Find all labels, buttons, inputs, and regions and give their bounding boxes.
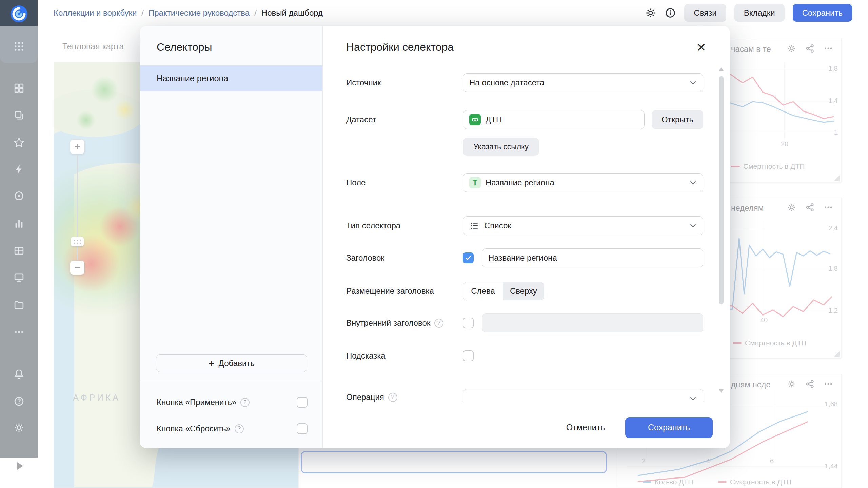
datalens-logo[interactable] [10, 5, 28, 23]
placement-label: Размещение заголовка [346, 286, 434, 296]
tabs-button[interactable]: Вкладки [734, 4, 785, 22]
question-icon[interactable]: ? [235, 424, 244, 433]
reset-option-label: Кнопка «Сбросить» [157, 424, 231, 433]
breadcrumb-collections[interactable]: Коллекции и воркбуки [54, 8, 137, 18]
dataset-icon [469, 114, 481, 125]
field-value: Название региона [486, 178, 554, 187]
placement-top-option[interactable]: Сверху [503, 282, 544, 300]
hint-checkbox[interactable] [463, 350, 474, 361]
field-select[interactable]: T Название региона [463, 173, 703, 192]
title-checkbox[interactable] [463, 252, 474, 263]
source-value: На основе датасета [469, 78, 544, 87]
apply-option-label: Кнопка «Применить» [157, 398, 236, 407]
title-label: Заголовок [346, 253, 384, 263]
dataset-label: Датасет [346, 115, 376, 125]
inner-title-checkbox[interactable] [463, 318, 474, 328]
selectors-list-panel: Селекторы Название региона + Добавить Кн… [140, 26, 323, 448]
apply-button-option-row: Кнопка «Применить» ? [157, 393, 322, 412]
selector-type-select[interactable]: Список [463, 216, 703, 235]
chevron-down-icon [688, 78, 698, 88]
scroll-down-arrow[interactable] [719, 389, 724, 393]
question-icon[interactable]: ? [240, 398, 250, 407]
save-selector-button[interactable]: Сохранить [625, 417, 713, 438]
links-button[interactable]: Связи [684, 4, 726, 22]
field-label: Поле [346, 178, 366, 188]
save-dashboard-button[interactable]: Сохранить [793, 4, 852, 22]
close-icon[interactable]: × [693, 39, 709, 55]
scrollbar-thumb[interactable] [719, 76, 724, 304]
add-selector-button[interactable]: + Добавить [156, 354, 307, 372]
question-icon[interactable]: ? [388, 393, 397, 402]
selector-list-item-region[interactable]: Название региона [140, 65, 322, 91]
breadcrumb: Коллекции и воркбуки / Практические руко… [54, 8, 323, 18]
reset-button-option-row: Кнопка «Сбросить» ? [157, 419, 322, 438]
dataset-value: ДТП [486, 115, 502, 124]
selector-settings-dialog: Селекторы Название региона + Добавить Кн… [140, 26, 730, 448]
dashboard-settings-gear-icon[interactable] [645, 7, 656, 19]
settings-panel-title: Настройки селектора [346, 41, 454, 54]
plus-icon: + [209, 358, 215, 368]
open-dataset-button[interactable]: Открыть [652, 110, 703, 129]
cancel-button[interactable]: Отменить [566, 423, 605, 432]
inner-title-label: Внутренний заголовок ? [346, 318, 443, 328]
source-select[interactable]: На основе датасета [463, 73, 703, 92]
selector-type-value: Список [484, 221, 511, 230]
selector-settings-panel: Настройки селектора × Источник На основе… [323, 26, 730, 448]
specify-link-button[interactable]: Указать ссылку [463, 138, 539, 156]
selectors-panel-title: Селекторы [157, 41, 212, 54]
header-actions: Связи Вкладки Сохранить [645, 4, 852, 22]
title-input[interactable] [482, 248, 703, 267]
app: Коллекции и воркбуки / Практические руко… [0, 0, 868, 488]
hint-label: Подсказка [346, 351, 386, 361]
breadcrumb-current: Новый дашборд [261, 8, 323, 18]
operation-label-text: Операция [346, 392, 384, 402]
question-icon[interactable]: ? [434, 319, 443, 328]
divider [323, 374, 730, 374]
operation-label: Операция ? [346, 392, 397, 402]
chevron-down-icon [688, 178, 698, 188]
inner-title-input[interactable] [482, 313, 703, 332]
chevron-down-icon [688, 221, 698, 231]
apply-button-checkbox[interactable] [297, 397, 308, 408]
title-placement-toggle: Слева Сверху [463, 282, 544, 300]
info-icon[interactable] [665, 7, 676, 19]
placement-left-option[interactable]: Слева [463, 282, 503, 300]
list-icon [469, 221, 479, 231]
header: Коллекции и воркбуки / Практические руко… [38, 0, 868, 26]
divider [140, 381, 322, 381]
breadcrumb-separator: / [141, 8, 144, 18]
dialog-footer: Отменить Сохранить [323, 402, 730, 448]
source-label: Источник [346, 78, 381, 88]
reset-button-checkbox[interactable] [297, 423, 308, 434]
breadcrumb-separator: / [254, 8, 257, 18]
breadcrumb-guides[interactable]: Практические руководства [149, 8, 250, 18]
selector-type-label: Тип селектора [346, 221, 400, 231]
scroll-up-arrow[interactable] [719, 67, 724, 71]
dataset-field[interactable]: ДТП [463, 110, 645, 129]
add-selector-label: Добавить [219, 359, 255, 368]
inner-title-label-text: Внутренний заголовок [346, 318, 430, 328]
string-field-icon: T [469, 177, 481, 188]
